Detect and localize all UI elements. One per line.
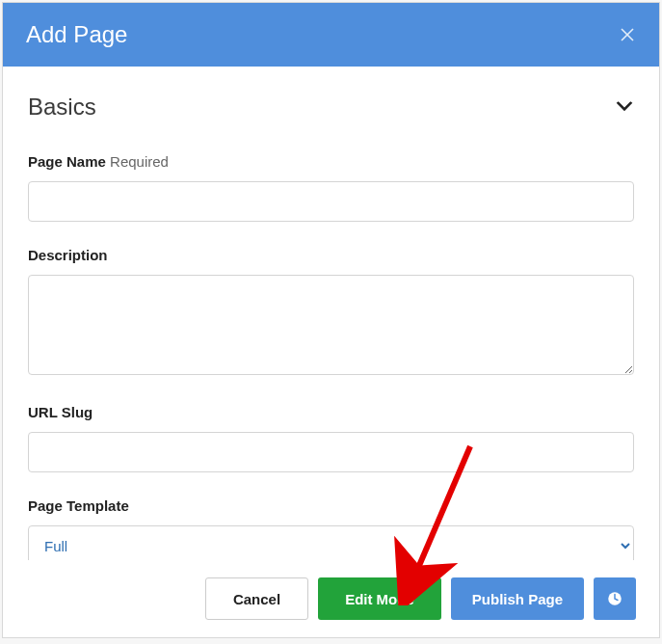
dialog-header: Add Page — [3, 3, 659, 67]
field-description: Description — [28, 247, 634, 379]
dialog-title: Add Page — [26, 21, 127, 48]
description-input[interactable] — [28, 275, 634, 375]
page-template-select[interactable]: Full — [28, 525, 634, 560]
schedule-button[interactable] — [594, 577, 636, 620]
field-page-template: Page Template Full — [28, 497, 634, 560]
form-content: Basics Page Name Required Description — [3, 67, 659, 560]
chevron-down-icon[interactable] — [615, 101, 634, 113]
publish-page-button[interactable]: Publish Page — [451, 577, 584, 620]
page-template-label: Page Template — [28, 497, 634, 514]
url-slug-input[interactable] — [28, 432, 634, 472]
dialog-footer: Cancel Edit Mode Publish Page — [3, 560, 659, 637]
edit-mode-button[interactable]: Edit Mode — [318, 577, 441, 620]
section-header-basics[interactable]: Basics — [28, 94, 634, 121]
section-title: Basics — [28, 94, 96, 121]
clock-icon — [606, 590, 623, 607]
page-name-label: Page Name Required — [28, 153, 634, 170]
dialog-body-scroll[interactable]: Basics Page Name Required Description — [3, 67, 659, 560]
url-slug-label: URL Slug — [28, 404, 634, 420]
close-icon[interactable] — [619, 26, 636, 43]
field-url-slug: URL Slug — [28, 404, 634, 472]
page-name-input[interactable] — [28, 181, 634, 222]
description-label: Description — [28, 247, 634, 263]
cancel-button[interactable]: Cancel — [205, 577, 308, 620]
field-page-name: Page Name Required — [28, 153, 634, 222]
